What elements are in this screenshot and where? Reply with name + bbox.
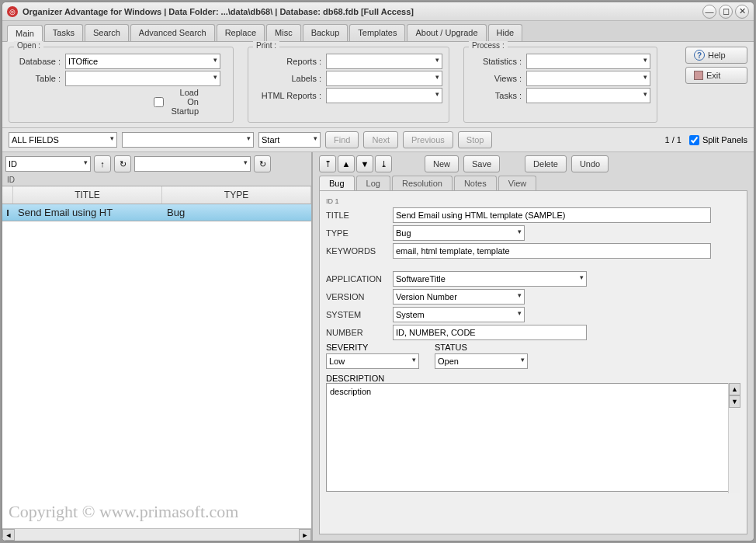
tab-misc[interactable]: Misc bbox=[266, 24, 301, 41]
tab-search[interactable]: Search bbox=[85, 24, 129, 41]
process-group-label: Process : bbox=[469, 41, 508, 50]
title-input[interactable] bbox=[393, 207, 711, 223]
scroll-up-icon[interactable]: ▲ bbox=[729, 383, 740, 395]
process-group: Process : Statistics : Views : Tasks : bbox=[463, 47, 657, 123]
tab-replace[interactable]: Replace bbox=[217, 24, 265, 41]
row-indicator-icon: I bbox=[2, 208, 13, 218]
statistics-label: Statistics : bbox=[470, 57, 522, 66]
help-button[interactable]: ?Help bbox=[685, 47, 747, 64]
split-panels-checkbox[interactable]: Split Panels bbox=[689, 135, 747, 145]
toolbar-panel: Open : Database : Table : Load On Startu… bbox=[2, 42, 754, 128]
page-counter: 1 / 1 bbox=[665, 135, 681, 144]
labels-label: Labels : bbox=[255, 74, 321, 83]
searchbar: Find Next Previous Stop 1 / 1 Split Pane… bbox=[2, 128, 754, 152]
new-button[interactable]: New bbox=[425, 155, 459, 172]
reports-select[interactable] bbox=[326, 54, 442, 69]
watermark: Copyright © www.primasoft.com bbox=[9, 502, 238, 522]
field-selector[interactable] bbox=[9, 132, 117, 148]
previous-button[interactable]: Previous bbox=[403, 131, 453, 148]
tab-main[interactable]: Main bbox=[7, 25, 43, 42]
save-button[interactable]: Save bbox=[463, 155, 500, 172]
version-select[interactable] bbox=[393, 289, 525, 305]
dtab-resolution[interactable]: Resolution bbox=[392, 176, 453, 190]
app-window: ◎ Organizer Advantage for Windows | Data… bbox=[2, 2, 754, 541]
split-panels-label: Split Panels bbox=[702, 135, 747, 144]
open-group-label: Open : bbox=[14, 41, 43, 50]
table-row[interactable]: I Send Email using HT Bug bbox=[2, 204, 311, 221]
table-label: Table : bbox=[16, 74, 61, 83]
minimize-button[interactable]: — bbox=[702, 5, 716, 19]
cell-title: Send Email using HT bbox=[13, 205, 162, 220]
database-select[interactable] bbox=[65, 54, 220, 69]
refresh2-button[interactable]: ↻ bbox=[254, 155, 271, 172]
html-reports-select[interactable] bbox=[326, 88, 442, 103]
refresh-button[interactable]: ↻ bbox=[114, 155, 131, 172]
type-label: TYPE bbox=[326, 228, 393, 238]
scroll-down-icon[interactable]: ▼ bbox=[729, 395, 740, 408]
next-button[interactable]: Next bbox=[363, 131, 398, 148]
tasks-select[interactable] bbox=[526, 88, 650, 103]
status-select[interactable] bbox=[435, 353, 528, 369]
description-scrollbar[interactable]: ▲ ▼ bbox=[728, 383, 740, 493]
dtab-bug[interactable]: Bug bbox=[319, 176, 355, 190]
severity-select[interactable] bbox=[326, 353, 419, 369]
sort-field-select[interactable] bbox=[5, 156, 91, 172]
maximize-button[interactable]: ◻ bbox=[719, 5, 733, 19]
print-group-label: Print : bbox=[253, 41, 279, 50]
nav-last-button[interactable]: ⤓ bbox=[375, 155, 392, 172]
split-panels-input[interactable] bbox=[689, 135, 699, 145]
nav-up-button[interactable]: ▲ bbox=[338, 155, 355, 172]
horizontal-scrollbar[interactable]: ◄ ► bbox=[2, 528, 311, 541]
severity-label: SEVERITY bbox=[326, 343, 419, 352]
system-select[interactable] bbox=[393, 307, 525, 322]
tab-backup[interactable]: Backup bbox=[303, 24, 349, 41]
close-button[interactable]: ✕ bbox=[735, 5, 749, 19]
dtab-notes[interactable]: Notes bbox=[454, 176, 497, 190]
type-select[interactable] bbox=[393, 225, 525, 241]
keywords-input[interactable] bbox=[393, 243, 711, 259]
tab-about[interactable]: About / Upgrade bbox=[407, 24, 486, 41]
load-on-startup-input[interactable] bbox=[154, 97, 164, 107]
tab-hide[interactable]: Hide bbox=[488, 24, 523, 41]
scroll-left-icon[interactable]: ◄ bbox=[2, 529, 15, 541]
statistics-select[interactable] bbox=[526, 54, 650, 69]
tab-templates[interactable]: Templates bbox=[349, 24, 405, 41]
cell-type: Bug bbox=[162, 205, 311, 220]
number-input[interactable] bbox=[393, 325, 587, 340]
col-type[interactable]: TYPE bbox=[162, 186, 311, 204]
grid-header: TITLE TYPE bbox=[2, 186, 311, 204]
detail-tabstrip: Bug Log Resolution Notes View bbox=[313, 176, 754, 190]
version-label: VERSION bbox=[326, 292, 393, 301]
filter-select[interactable] bbox=[134, 156, 251, 172]
find-button[interactable]: Find bbox=[325, 131, 359, 148]
delete-button[interactable]: Delete bbox=[525, 155, 567, 172]
search-position-select[interactable] bbox=[258, 132, 321, 148]
load-on-startup-checkbox[interactable]: Load On Startup bbox=[154, 88, 199, 116]
tasks-label: Tasks : bbox=[470, 91, 522, 100]
scroll-right-icon[interactable]: ► bbox=[299, 529, 311, 541]
application-select[interactable] bbox=[393, 271, 587, 287]
sort-sub-label: ID bbox=[2, 176, 311, 186]
col-title[interactable]: TITLE bbox=[13, 186, 162, 204]
exit-icon bbox=[694, 71, 703, 80]
nav-first-button[interactable]: ⤒ bbox=[319, 155, 336, 172]
table-select[interactable] bbox=[65, 71, 220, 86]
stop-button[interactable]: Stop bbox=[458, 131, 493, 148]
tab-advanced-search[interactable]: Advanced Search bbox=[130, 24, 215, 41]
html-reports-label: HTML Reports : bbox=[255, 91, 321, 100]
dtab-view[interactable]: View bbox=[498, 176, 537, 190]
views-label: Views : bbox=[470, 74, 522, 83]
dtab-log[interactable]: Log bbox=[356, 176, 390, 190]
nav-down-button[interactable]: ▼ bbox=[356, 155, 373, 172]
undo-button[interactable]: Undo bbox=[571, 155, 609, 172]
description-textarea[interactable] bbox=[326, 383, 740, 492]
search-value-input[interactable] bbox=[122, 132, 254, 148]
sort-asc-button[interactable]: ↑ bbox=[94, 155, 111, 172]
exit-button[interactable]: Exit bbox=[685, 67, 747, 84]
app-icon: ◎ bbox=[7, 6, 18, 17]
grid-body[interactable]: I Send Email using HT Bug Copyright © ww… bbox=[2, 204, 311, 528]
views-select[interactable] bbox=[526, 71, 650, 86]
tab-tasks[interactable]: Tasks bbox=[44, 24, 83, 41]
help-icon: ? bbox=[694, 50, 705, 61]
labels-select[interactable] bbox=[326, 71, 442, 86]
